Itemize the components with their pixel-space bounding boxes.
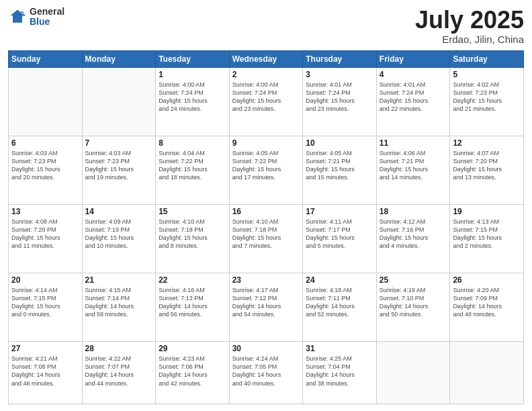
calendar-cell: 17Sunrise: 4:11 AM Sunset: 7:17 PM Dayli…	[303, 204, 377, 273]
day-info: Sunrise: 4:23 AM Sunset: 7:06 PM Dayligh…	[159, 355, 226, 387]
header: General Blue July 2025 Erdao, Jilin, Chi…	[8, 7, 524, 45]
calendar-cell: 13Sunrise: 4:08 AM Sunset: 7:20 PM Dayli…	[9, 204, 83, 273]
day-info: Sunrise: 4:21 AM Sunset: 7:08 PM Dayligh…	[11, 355, 79, 387]
calendar-cell	[82, 67, 156, 136]
day-info: Sunrise: 4:03 AM Sunset: 7:23 PM Dayligh…	[85, 149, 153, 182]
day-info: Sunrise: 4:01 AM Sunset: 7:24 PM Dayligh…	[306, 81, 373, 113]
day-info: Sunrise: 4:05 AM Sunset: 7:21 PM Dayligh…	[306, 149, 373, 182]
day-info: Sunrise: 4:08 AM Sunset: 7:20 PM Dayligh…	[11, 218, 79, 250]
title-location: Erdao, Jilin, China	[415, 34, 524, 45]
logo-blue-text: Blue	[30, 17, 64, 27]
day-number: 10	[306, 138, 373, 148]
calendar-cell: 25Sunrise: 4:19 AM Sunset: 7:10 PM Dayli…	[376, 273, 450, 341]
logo: General Blue	[8, 7, 64, 28]
day-number: 2	[232, 70, 300, 79]
day-number: 4	[380, 70, 447, 79]
day-info: Sunrise: 4:05 AM Sunset: 7:22 PM Dayligh…	[232, 149, 300, 182]
day-number: 3	[306, 70, 373, 79]
title-block: July 2025 Erdao, Jilin, China	[415, 7, 524, 45]
day-info: Sunrise: 4:16 AM Sunset: 7:13 PM Dayligh…	[159, 286, 226, 319]
weekday-header-row: Sunday Monday Tuesday Wednesday Thursday…	[9, 50, 524, 67]
calendar-cell: 9Sunrise: 4:05 AM Sunset: 7:22 PM Daylig…	[229, 136, 303, 204]
day-info: Sunrise: 4:00 AM Sunset: 7:24 PM Dayligh…	[159, 81, 226, 113]
day-number: 16	[232, 207, 300, 216]
day-info: Sunrise: 4:25 AM Sunset: 7:04 PM Dayligh…	[306, 355, 373, 387]
day-number: 1	[159, 70, 226, 79]
day-info: Sunrise: 4:11 AM Sunset: 7:17 PM Dayligh…	[306, 218, 373, 250]
calendar-cell: 7Sunrise: 4:03 AM Sunset: 7:23 PM Daylig…	[82, 136, 156, 204]
day-info: Sunrise: 4:15 AM Sunset: 7:14 PM Dayligh…	[85, 286, 153, 319]
calendar-cell: 3Sunrise: 4:01 AM Sunset: 7:24 PM Daylig…	[303, 67, 377, 136]
calendar-cell: 11Sunrise: 4:06 AM Sunset: 7:21 PM Dayli…	[376, 136, 450, 204]
header-wednesday: Wednesday	[229, 50, 303, 67]
svg-marker-0	[11, 10, 25, 23]
day-number: 23	[232, 275, 300, 285]
calendar-cell: 27Sunrise: 4:21 AM Sunset: 7:08 PM Dayli…	[9, 342, 83, 404]
calendar-cell: 26Sunrise: 4:20 AM Sunset: 7:09 PM Dayli…	[450, 273, 524, 341]
calendar-cell: 30Sunrise: 4:24 AM Sunset: 7:05 PM Dayli…	[229, 342, 303, 404]
day-number: 18	[380, 207, 447, 216]
calendar-cell: 8Sunrise: 4:04 AM Sunset: 7:22 PM Daylig…	[156, 136, 230, 204]
day-number: 7	[85, 138, 153, 148]
day-info: Sunrise: 4:09 AM Sunset: 7:19 PM Dayligh…	[85, 218, 153, 250]
day-info: Sunrise: 4:17 AM Sunset: 7:12 PM Dayligh…	[232, 286, 300, 319]
day-info: Sunrise: 4:04 AM Sunset: 7:22 PM Dayligh…	[159, 149, 226, 182]
day-info: Sunrise: 4:10 AM Sunset: 7:18 PM Dayligh…	[232, 218, 300, 250]
day-number: 9	[232, 138, 300, 148]
calendar-cell: 23Sunrise: 4:17 AM Sunset: 7:12 PM Dayli…	[229, 273, 303, 341]
calendar-cell: 29Sunrise: 4:23 AM Sunset: 7:06 PM Dayli…	[156, 342, 230, 404]
calendar-cell: 21Sunrise: 4:15 AM Sunset: 7:14 PM Dayli…	[82, 273, 156, 341]
day-number: 14	[85, 207, 153, 216]
day-number: 8	[159, 138, 226, 148]
calendar-cell	[9, 67, 83, 136]
header-sunday: Sunday	[9, 50, 83, 67]
day-number: 26	[453, 275, 521, 285]
calendar-cell: 19Sunrise: 4:13 AM Sunset: 7:15 PM Dayli…	[450, 204, 524, 273]
day-info: Sunrise: 4:18 AM Sunset: 7:11 PM Dayligh…	[306, 286, 373, 319]
day-number: 21	[85, 275, 153, 285]
day-number: 27	[11, 344, 79, 353]
day-info: Sunrise: 4:01 AM Sunset: 7:24 PM Dayligh…	[380, 81, 447, 113]
header-tuesday: Tuesday	[156, 50, 230, 67]
calendar-cell	[450, 342, 524, 404]
day-info: Sunrise: 4:13 AM Sunset: 7:15 PM Dayligh…	[453, 218, 521, 250]
header-friday: Friday	[376, 50, 450, 67]
day-number: 13	[11, 207, 79, 216]
day-number: 12	[453, 138, 521, 148]
day-number: 30	[232, 344, 300, 353]
day-number: 19	[453, 207, 521, 216]
calendar-cell: 22Sunrise: 4:16 AM Sunset: 7:13 PM Dayli…	[156, 273, 230, 341]
calendar-cell	[376, 342, 450, 404]
calendar-table: Sunday Monday Tuesday Wednesday Thursday…	[8, 50, 524, 404]
calendar-cell: 15Sunrise: 4:10 AM Sunset: 7:18 PM Dayli…	[156, 204, 230, 273]
day-number: 24	[306, 275, 373, 285]
calendar-cell: 4Sunrise: 4:01 AM Sunset: 7:24 PM Daylig…	[376, 67, 450, 136]
logo-icon	[8, 7, 27, 26]
calendar-cell: 10Sunrise: 4:05 AM Sunset: 7:21 PM Dayli…	[303, 136, 377, 204]
day-info: Sunrise: 4:06 AM Sunset: 7:21 PM Dayligh…	[380, 149, 447, 182]
title-month: July 2025	[415, 7, 524, 34]
day-info: Sunrise: 4:02 AM Sunset: 7:23 PM Dayligh…	[453, 81, 521, 113]
day-number: 5	[453, 70, 521, 79]
day-info: Sunrise: 4:07 AM Sunset: 7:20 PM Dayligh…	[453, 149, 521, 182]
header-thursday: Thursday	[303, 50, 377, 67]
day-info: Sunrise: 4:19 AM Sunset: 7:10 PM Dayligh…	[380, 286, 447, 319]
day-info: Sunrise: 4:00 AM Sunset: 7:24 PM Dayligh…	[232, 81, 300, 113]
day-info: Sunrise: 4:03 AM Sunset: 7:23 PM Dayligh…	[11, 149, 79, 182]
day-number: 17	[306, 207, 373, 216]
page: General Blue July 2025 Erdao, Jilin, Chi…	[0, 0, 532, 411]
day-number: 22	[159, 275, 226, 285]
calendar-cell: 16Sunrise: 4:10 AM Sunset: 7:18 PM Dayli…	[229, 204, 303, 273]
calendar-cell: 24Sunrise: 4:18 AM Sunset: 7:11 PM Dayli…	[303, 273, 377, 341]
calendar-cell: 31Sunrise: 4:25 AM Sunset: 7:04 PM Dayli…	[303, 342, 377, 404]
logo-general-text: General	[30, 7, 64, 17]
calendar-cell: 12Sunrise: 4:07 AM Sunset: 7:20 PM Dayli…	[450, 136, 524, 204]
day-number: 20	[11, 275, 79, 285]
day-info: Sunrise: 4:14 AM Sunset: 7:15 PM Dayligh…	[11, 286, 79, 319]
logo-text: General Blue	[30, 7, 64, 28]
day-number: 25	[380, 275, 447, 285]
day-number: 15	[159, 207, 226, 216]
calendar-cell: 20Sunrise: 4:14 AM Sunset: 7:15 PM Dayli…	[9, 273, 83, 341]
day-number: 31	[306, 344, 373, 353]
day-info: Sunrise: 4:20 AM Sunset: 7:09 PM Dayligh…	[453, 286, 521, 319]
